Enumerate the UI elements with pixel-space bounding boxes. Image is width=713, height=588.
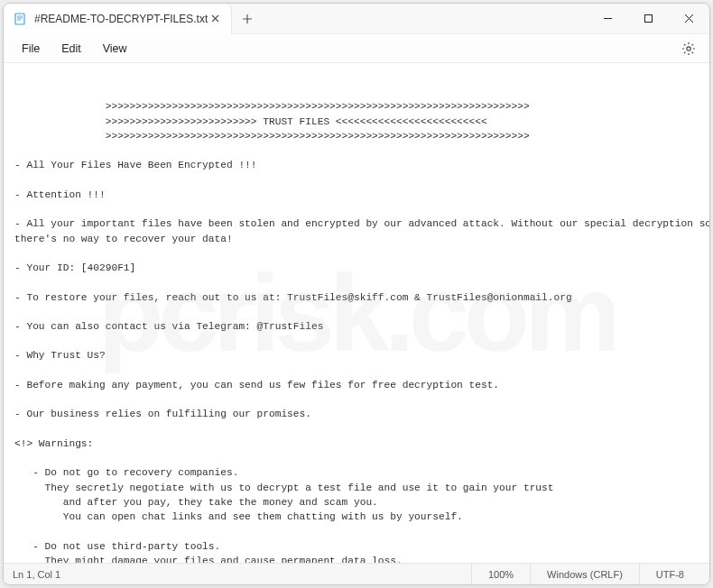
menubar: File Edit View [4,34,709,63]
minimize-button[interactable] [588,4,628,34]
svg-rect-0 [15,14,24,24]
statusbar: Ln 1, Col 1 100% Windows (CRLF) UTF-8 [4,563,709,584]
text-line: <!> Warnings: [14,438,93,449]
text-line: >>>>>>>>>>>>>>>>>>>>>>>>>>>>>>>>>>>>>>>>… [14,131,530,142]
tab-title: #README-TO-DECRYPT-FILES.txt [34,13,208,25]
maximize-button[interactable] [628,4,669,34]
status-zoom[interactable]: 100% [471,564,530,584]
text-line: >>>>>>>>>>>>>>>>>>>>>>>>> TRUST FILES <<… [14,116,487,127]
titlebar: #README-TO-DECRYPT-FILES.txt [4,4,709,34]
window-controls [588,4,709,34]
svg-line-18 [692,51,693,52]
close-button[interactable] [669,4,709,34]
svg-line-17 [684,44,685,45]
text-line: - You can also contact us via Telegram: … [14,321,323,332]
text-line: - Why Trust Us? [14,350,106,361]
new-tab-button[interactable] [232,4,263,34]
text-line: - Our business relies on fulfilling our … [14,409,311,419]
file-tab[interactable]: #README-TO-DECRYPT-FILES.txt [4,4,232,34]
status-eol: Windows (CRLF) [530,564,639,584]
text-line: - Before making any payment, you can sen… [14,380,499,390]
text-line: - Do not use third-party tools. They mig… [14,541,403,564]
svg-point-12 [687,46,690,50]
text-line: - All Your Files Have Been Encrypted !!! [14,160,257,170]
svg-rect-9 [645,15,653,23]
text-line: - Do not go to recovery companies. They … [14,467,554,522]
tab-close-button[interactable] [208,12,222,26]
text-line: - To restore your files, reach out to us… [14,292,572,303]
settings-button[interactable] [675,35,702,62]
text-line: - All your important files have been sto… [14,218,709,243]
gear-icon [681,41,696,56]
text-editor-area[interactable]: pcrisk.com >>>>>>>>>>>>>>>>>>>>>>>>>>>>>… [4,63,709,563]
menu-file[interactable]: File [11,39,51,59]
text-line: - Your ID: [40290F1] [14,262,135,273]
menu-edit[interactable]: Edit [51,39,92,59]
notepad-icon [13,12,27,26]
text-line: >>>>>>>>>>>>>>>>>>>>>>>>>>>>>>>>>>>>>>>>… [14,101,530,112]
status-encoding: UTF-8 [639,564,700,584]
watermark: pcrisk.com [97,234,616,391]
menu-view[interactable]: View [92,39,138,59]
notepad-window: #README-TO-DECRYPT-FILES.txt File Edit V… [3,3,710,585]
svg-line-19 [684,51,685,52]
status-position: Ln 1, Col 1 [13,569,471,580]
text-line: - Attention !!! [14,189,106,200]
svg-line-20 [692,44,693,45]
